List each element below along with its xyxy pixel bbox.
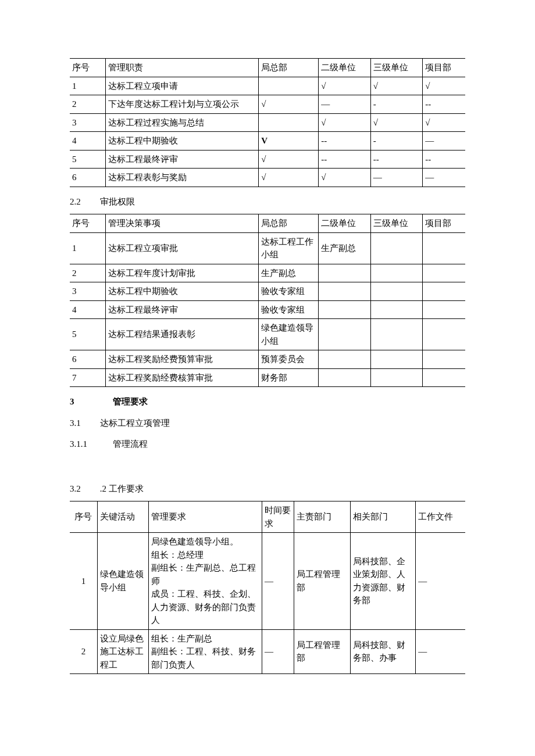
section-number: 2.2 [70, 195, 98, 209]
section-number: 3 [70, 395, 110, 409]
section-3-1: 3.1 达标工程立项管理 [70, 417, 465, 430]
col-l3: 三级单位 [370, 59, 422, 77]
section-3-2: 3.2 .2 工作要求 [70, 482, 465, 496]
section-number: 3.2 [70, 482, 98, 496]
table-row: 1 达标工程立项审批 达标工程工作小组 生产副总 [70, 232, 465, 264]
col-seq: 序号 [70, 59, 106, 77]
responsibility-table: 序号 管理职责 局总部 二级单位 三级单位 项目部 1 达标工程立项申请 √ √… [70, 58, 465, 187]
table-row: 5 达标工程最终评审 √ -- -- -- [70, 150, 465, 169]
col-duty: 管理职责 [106, 59, 259, 77]
table-row: 3 达标工程过程实施与总结 √ √ √ [70, 113, 465, 132]
section-3: 3 管理要求 [70, 395, 465, 409]
table-row: 2 下达年度达标工程计划与立项公示 √ — - -- [70, 95, 465, 114]
table-row: 2 设立局绿色施工达标工程工 组长：生产副总 副组长：工程、科技、财务部门负责人… [70, 629, 465, 674]
table-row: 1 达标工程立项申请 √ √ √ [70, 77, 465, 95]
col-hq: 局总部 [259, 59, 319, 77]
table-row: 6 达标工程表彰与奖励 √ √ — — [70, 169, 465, 187]
section-title: .2 工作要求 [100, 484, 144, 493]
table-header-row: 序号 管理决策事项 局总部 二级单位 三级单位 项目部 [70, 214, 465, 233]
section-2-2: 2.2 审批权限 [70, 195, 465, 209]
section-title: 管理要求 [113, 397, 148, 406]
table-row: 2 达标工程年度计划审批 生产副总 [70, 264, 465, 282]
section-title: 达标工程立项管理 [100, 418, 170, 428]
section-3-1-1: 3.1.1 管理流程 [70, 438, 465, 451]
table-header-row: 序号 管理职责 局总部 二级单位 三级单位 项目部 [70, 59, 465, 77]
spacer [70, 457, 465, 474]
table-header-row: 序号 关键活动 管理要求 时间要求 主责部门 相关部门 工作文件 [70, 501, 465, 533]
section-title: 管理流程 [113, 439, 148, 449]
table-row: 4 达标工程最终评审 验收专家组 [70, 300, 465, 319]
section-number: 3.1.1 [70, 438, 110, 451]
table-row: 6 达标工程奖励经费预算审批 预算委员会 [70, 350, 465, 369]
section-number: 3.1 [70, 417, 98, 430]
table-row: 5 达标工程结果通报表彰 绿色建造领导小组 [70, 319, 465, 350]
table-row: 4 达标工程中期验收 V -- - — [70, 132, 465, 151]
col-l2: 二级单位 [319, 59, 370, 77]
approval-table: 序号 管理决策事项 局总部 二级单位 三级单位 项目部 1 达标工程立项审批 达… [70, 214, 465, 387]
section-title: 审批权限 [100, 197, 135, 206]
table-row: 1 绿色建造领导小组 局绿色建造领导小组。 组长：总经理 副组长：生产副总、总工… [70, 533, 465, 630]
table-row: 3 达标工程中期验收 验收专家组 [70, 282, 465, 301]
table-row: 7 达标工程奖励经费核算审批 财务部 [70, 368, 465, 387]
work-req-table: 序号 关键活动 管理要求 时间要求 主责部门 相关部门 工作文件 1 绿色建造领… [70, 501, 465, 674]
col-proj: 项目部 [423, 59, 465, 77]
